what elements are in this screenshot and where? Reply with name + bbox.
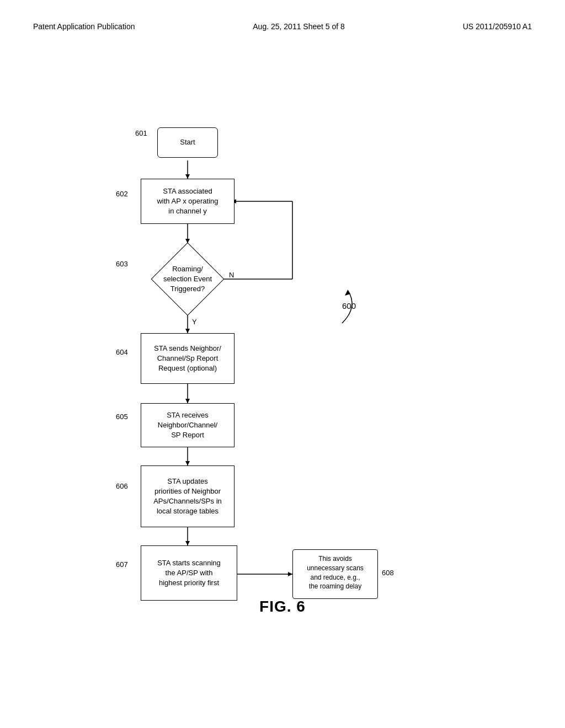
label-607: 607: [116, 560, 128, 569]
svg-marker-17: [288, 572, 292, 576]
node-603-diamond: Roaming/ selection Event Triggered?: [152, 243, 223, 315]
header-left: Patent Application Publication: [33, 22, 135, 31]
label-602: 602: [116, 190, 128, 198]
node-601-start: Start: [157, 127, 218, 158]
label-604: 604: [116, 348, 128, 356]
figure-caption: FIG. 6: [259, 598, 306, 615]
svg-marker-18: [345, 290, 350, 296]
node-603-text: Roaming/ selection Event Triggered?: [163, 264, 212, 295]
label-603: 603: [116, 260, 128, 268]
header-right: US 2011/205910 A1: [463, 22, 532, 31]
node-604: STA sends Neighbor/ Channel/Sp Report Re…: [141, 333, 234, 384]
svg-marker-15: [185, 541, 190, 545]
node-606: STA updates priorities of Neighbor APs/C…: [141, 465, 234, 527]
svg-marker-5: [185, 329, 190, 333]
diagram-container: 601 Start 602 STA associated with AP x o…: [0, 42, 565, 649]
node-602: STA associated with AP x operating in ch…: [141, 179, 234, 224]
branch-n-label: N: [229, 271, 234, 279]
svg-marker-13: [185, 461, 190, 465]
flowchart-arrows: [0, 42, 565, 649]
branch-y-label: Y: [192, 318, 197, 326]
svg-marker-11: [185, 399, 190, 403]
label-601: 601: [135, 129, 147, 137]
label-608: 608: [382, 569, 394, 577]
label-605: 605: [116, 413, 128, 421]
node-605: STA receives Neighbor/Channel/ SP Report: [141, 403, 234, 447]
header-center: Aug. 25, 2011 Sheet 5 of 8: [253, 22, 345, 31]
diagram-label-600: 600: [342, 301, 356, 311]
node-607: STA starts scanning the AP/SP with highe…: [141, 545, 237, 601]
svg-marker-1: [185, 174, 190, 179]
page-header: Patent Application Publication Aug. 25, …: [0, 0, 565, 42]
node-608: This avoids unnecessary scans and reduce…: [292, 549, 378, 599]
label-606: 606: [116, 482, 128, 490]
